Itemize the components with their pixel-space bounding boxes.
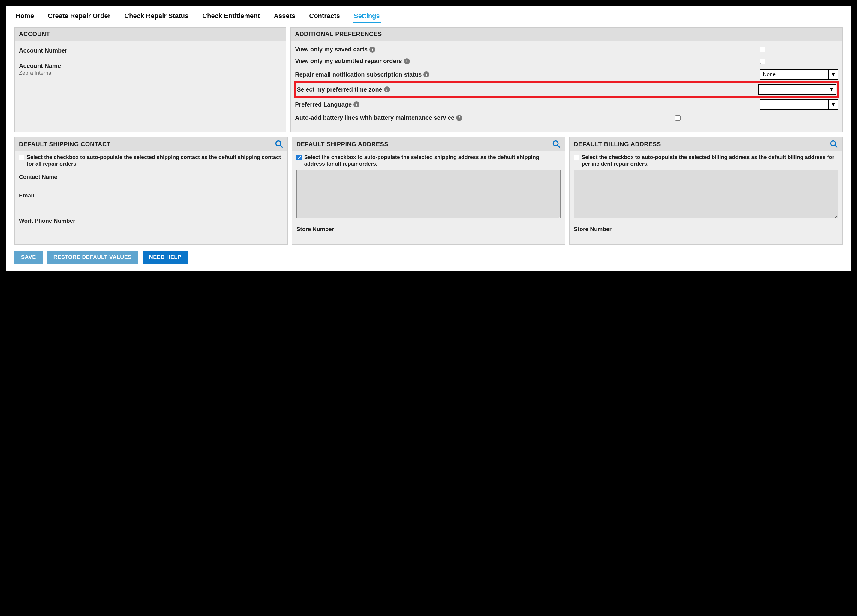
email-label: Email — [19, 192, 283, 199]
info-icon[interactable]: i — [384, 87, 390, 93]
billing-address-textarea[interactable] — [574, 170, 838, 218]
billing-address-title: DEFAULT BILLING ADDRESS — [574, 141, 661, 148]
shipping-contact-title: DEFAULT SHIPPING CONTACT — [19, 141, 111, 148]
pref-language-select[interactable]: ▼ — [760, 99, 838, 110]
tab-check-repair-status[interactable]: Check Repair Status — [123, 10, 190, 23]
contact-name-label: Contact Name — [19, 174, 283, 180]
info-icon[interactable]: i — [404, 58, 410, 64]
account-panel: ACCOUNT Account Number Account Name Zebr… — [14, 27, 286, 132]
tab-assets[interactable]: Assets — [272, 10, 297, 23]
chevron-down-icon: ▼ — [831, 101, 836, 108]
pref-saved-carts-label: View only my saved carts — [295, 46, 368, 53]
svg-point-0 — [276, 141, 280, 146]
shipping-contact-auto-text: Select the checkbox to auto-populate the… — [27, 154, 283, 167]
shipping-contact-auto-checkbox[interactable] — [19, 155, 24, 160]
restore-defaults-button[interactable]: RESTORE DEFAULT VALUES — [47, 251, 138, 264]
pref-timezone-label: Select my preferred time zone — [297, 86, 382, 93]
tab-home[interactable]: Home — [14, 10, 35, 23]
shipping-store-number-label: Store Number — [297, 226, 561, 232]
pref-repair-email-label: Repair email notification subscription s… — [295, 71, 422, 78]
info-icon[interactable]: i — [423, 71, 429, 77]
account-name-label: Account Name — [19, 62, 282, 69]
chevron-down-icon: ▼ — [831, 71, 836, 78]
pref-timezone-select[interactable]: ▼ — [758, 84, 836, 94]
search-icon[interactable] — [830, 140, 838, 148]
info-icon[interactable]: i — [370, 46, 375, 53]
account-name-value: Zebra Internal — [19, 70, 282, 76]
top-nav: Home Create Repair Order Check Repair St… — [6, 9, 851, 23]
info-icon[interactable]: i — [456, 115, 462, 121]
svg-point-2 — [553, 141, 558, 146]
pref-submitted-checkbox[interactable] — [760, 59, 766, 64]
preferences-header: ADDITIONAL PREFERENCES — [291, 28, 842, 40]
billing-store-number-label: Store Number — [574, 226, 838, 232]
billing-address-auto-text: Select the checkbox to auto-populate the… — [582, 154, 838, 167]
pref-timezone-row-highlighted: Select my preferred time zone i ▼ — [295, 82, 838, 97]
pref-language-label: Preferred Language — [295, 101, 352, 108]
pref-repair-email-select[interactable]: None ▼ — [760, 69, 838, 79]
work-phone-label: Work Phone Number — [19, 218, 283, 224]
pref-submitted-label: View only my submitted repair orders — [295, 57, 402, 65]
billing-address-panel: DEFAULT BILLING ADDRESS Select the check… — [569, 136, 843, 245]
shipping-contact-panel: DEFAULT SHIPPING CONTACT Select the chec… — [14, 136, 288, 245]
pref-battery-checkbox[interactable] — [675, 115, 681, 121]
tab-settings[interactable]: Settings — [353, 10, 381, 23]
save-button[interactable]: SAVE — [14, 251, 43, 264]
shipping-address-auto-checkbox[interactable] — [297, 155, 302, 160]
account-number-label: Account Number — [19, 47, 282, 54]
svg-line-5 — [835, 145, 837, 148]
shipping-address-title: DEFAULT SHIPPING ADDRESS — [297, 141, 388, 148]
tab-create-repair-order[interactable]: Create Repair Order — [46, 10, 111, 23]
shipping-address-textarea[interactable] — [297, 170, 561, 218]
search-icon[interactable] — [275, 140, 283, 148]
tab-contracts[interactable]: Contracts — [308, 10, 341, 23]
billing-address-auto-checkbox[interactable] — [574, 155, 579, 160]
svg-line-3 — [557, 145, 560, 148]
pref-battery-label: Auto-add battery lines with battery main… — [295, 114, 454, 121]
shipping-address-panel: DEFAULT SHIPPING ADDRESS Select the chec… — [292, 136, 565, 245]
pref-saved-carts-checkbox[interactable] — [760, 47, 766, 52]
need-help-button[interactable]: NEED HELP — [142, 251, 188, 264]
info-icon[interactable]: i — [353, 101, 359, 107]
search-icon[interactable] — [552, 140, 560, 148]
svg-line-1 — [280, 145, 282, 148]
shipping-address-auto-text: Select the checkbox to auto-populate the… — [304, 154, 561, 167]
tab-check-entitlement[interactable]: Check Entitlement — [201, 10, 261, 23]
chevron-down-icon: ▼ — [829, 87, 834, 93]
pref-repair-email-value: None — [763, 71, 776, 78]
account-header: ACCOUNT — [15, 28, 286, 40]
preferences-panel: ADDITIONAL PREFERENCES View only my save… — [291, 27, 843, 132]
svg-point-4 — [831, 141, 836, 146]
